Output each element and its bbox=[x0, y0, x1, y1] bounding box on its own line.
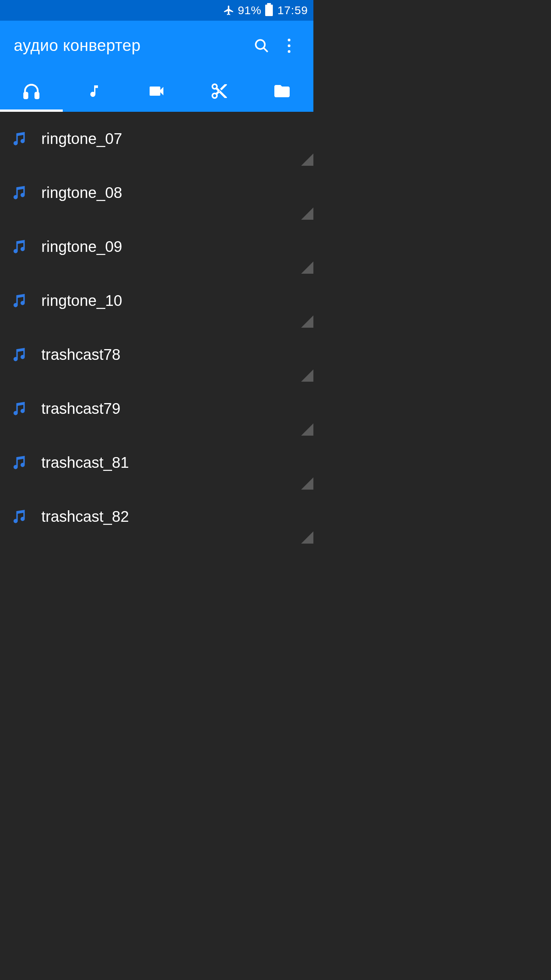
list-item[interactable]: trashcast_82 bbox=[0, 490, 313, 544]
scissors-icon bbox=[210, 82, 228, 100]
file-name: trashcast79 bbox=[41, 400, 121, 417]
search-icon bbox=[253, 37, 270, 54]
list-item[interactable]: ringtone_09 bbox=[0, 220, 313, 274]
app-title: аудио конвертер bbox=[14, 36, 248, 55]
svg-rect-3 bbox=[35, 93, 38, 98]
music-file-icon bbox=[10, 346, 28, 364]
tab-bar bbox=[0, 70, 313, 112]
svg-line-1 bbox=[264, 48, 268, 52]
svg-rect-2 bbox=[24, 93, 27, 98]
app-bar: аудио конвертер bbox=[0, 21, 313, 70]
music-file-icon bbox=[10, 130, 28, 148]
airplane-mode-icon bbox=[223, 5, 235, 16]
resize-corner-icon bbox=[301, 369, 313, 382]
list-item[interactable]: ringtone_08 bbox=[0, 166, 313, 220]
music-file-icon bbox=[10, 238, 28, 256]
list-item[interactable]: trashcast79 bbox=[0, 382, 313, 436]
file-name: ringtone_10 bbox=[41, 292, 122, 309]
resize-corner-icon bbox=[301, 154, 313, 166]
resize-corner-icon bbox=[301, 207, 313, 220]
file-name: ringtone_08 bbox=[41, 184, 122, 201]
battery-icon bbox=[265, 5, 273, 16]
more-vert-icon bbox=[288, 39, 290, 53]
status-bar: 91% 17:59 bbox=[0, 0, 313, 21]
file-name: trashcast78 bbox=[41, 346, 121, 363]
file-name: trashcast_81 bbox=[41, 454, 129, 471]
tab-cut[interactable] bbox=[188, 70, 251, 112]
search-button[interactable] bbox=[248, 32, 275, 59]
list-item[interactable]: trashcast78 bbox=[0, 328, 313, 382]
file-name: ringtone_07 bbox=[41, 130, 122, 147]
music-file-icon bbox=[10, 292, 28, 310]
svg-point-0 bbox=[256, 40, 265, 49]
resize-corner-icon bbox=[301, 477, 313, 490]
music-file-icon bbox=[10, 454, 28, 472]
music-file-icon bbox=[10, 508, 28, 526]
video-icon bbox=[147, 82, 166, 100]
music-file-icon bbox=[10, 184, 28, 202]
status-time: 17:59 bbox=[277, 4, 308, 17]
battery-percent: 91% bbox=[238, 4, 261, 17]
list-item[interactable]: trashcast_81 bbox=[0, 436, 313, 490]
tab-headphones[interactable] bbox=[0, 70, 63, 112]
resize-corner-icon bbox=[301, 315, 313, 328]
folder-icon bbox=[273, 82, 291, 100]
resize-corner-icon bbox=[301, 261, 313, 274]
music-file-icon bbox=[10, 400, 28, 418]
file-name: trashcast_82 bbox=[41, 508, 129, 525]
music-note-icon bbox=[86, 83, 102, 99]
headphones-icon bbox=[22, 82, 41, 101]
resize-corner-icon bbox=[301, 531, 313, 544]
file-list: ringtone_07ringtone_08ringtone_09rington… bbox=[0, 112, 313, 544]
tab-music[interactable] bbox=[63, 70, 126, 112]
resize-corner-icon bbox=[301, 423, 313, 436]
tab-folder[interactable] bbox=[251, 70, 313, 112]
list-item[interactable]: ringtone_10 bbox=[0, 274, 313, 328]
tab-video[interactable] bbox=[126, 70, 188, 112]
file-name: ringtone_09 bbox=[41, 238, 122, 255]
overflow-menu-button[interactable] bbox=[275, 32, 303, 59]
list-item[interactable]: ringtone_07 bbox=[0, 112, 313, 166]
